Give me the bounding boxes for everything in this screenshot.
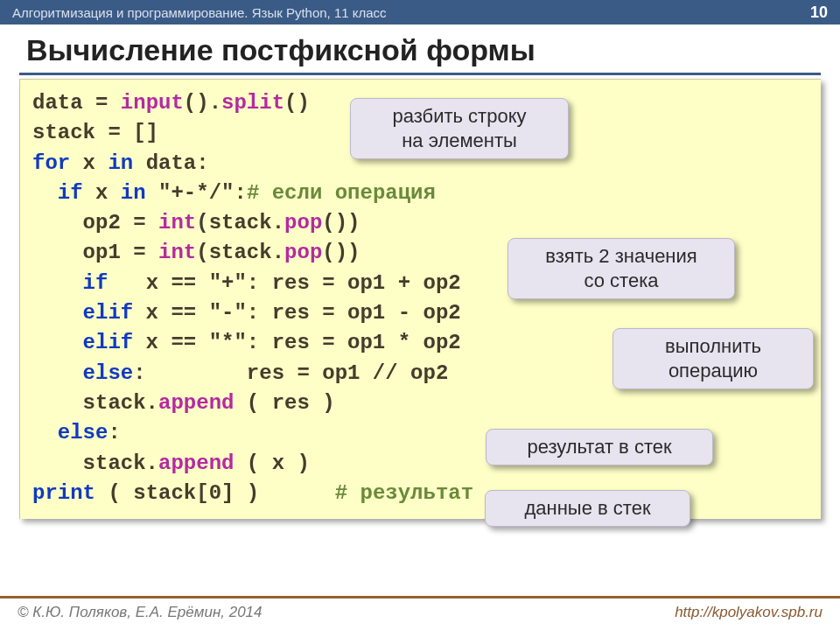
footer-authors: © К.Ю. Поляков, Е.А. Ерёмин, 2014 [18,604,262,621]
top-bar: Алгоритмизация и программирование. Язык … [0,0,840,24]
annotation-push-res: результат в стек [486,429,713,466]
title-rule [19,73,821,75]
annotation-operate: выполнитьоперацию [612,328,814,389]
annotation-push-x: данные в стек [485,490,690,527]
course-title: Алгоритмизация и программирование. Язык … [12,5,387,20]
footer-url: http://kpolyakov.spb.ru [675,604,822,621]
annotation-split: разбить строкуна элементы [350,98,569,159]
slide-title: Вычисление постфиксной формы [0,24,840,73]
page-number: 10 [810,4,828,22]
footer: © К.Ю. Поляков, Е.А. Ерёмин, 2014 http:/… [0,596,840,630]
annotation-pop: взять 2 значениясо стека [508,238,735,299]
